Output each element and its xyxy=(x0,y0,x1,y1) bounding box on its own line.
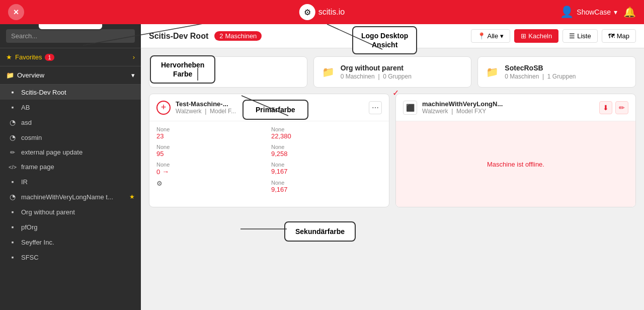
sidebar-item-label: machineWithVeryLongName t... xyxy=(21,193,125,201)
layout: ★ Favorites 1 › 📁 Overview ▾ ▪ Scitis-De… xyxy=(0,24,644,310)
sidebar-item-external-page-update[interactable]: ✏ external page update xyxy=(0,145,141,160)
sidebar-item-pforg[interactable]: ▪ pfOrg xyxy=(0,219,141,235)
kacheln-view-button[interactable]: ⊞ Kacheln xyxy=(514,29,558,43)
liste-label: Liste xyxy=(577,32,591,40)
map-pin-icon: 📍 xyxy=(477,32,486,40)
offline-text: Maschine ist offline. xyxy=(487,161,544,168)
org-without-parent-card[interactable]: 📁 Org without parent 0 Maschinen | 0 Gru… xyxy=(313,56,472,88)
filter-label: Alle xyxy=(488,32,499,40)
toolbar-right: 📍 Alle ▾ ⊞ Kacheln ☰ Liste 🗺 Map xyxy=(471,29,636,43)
machine-header-actions: ⋯ xyxy=(369,101,382,114)
liste-view-button[interactable]: ☰ Liste xyxy=(562,29,597,43)
metric-label: None xyxy=(271,180,382,186)
machine-info: machineWithVeryLongN... Walzwerk | Model… xyxy=(422,100,503,115)
kacheln-label: Kacheln xyxy=(528,32,552,40)
overview-left: 📁 Overview xyxy=(6,71,44,79)
metric-label: None xyxy=(156,162,267,168)
metric-item: None 0 → xyxy=(156,162,267,176)
edit-button[interactable]: ✏ xyxy=(615,101,628,114)
metric-value: 9,167 xyxy=(271,168,382,175)
metric-item: None 95 xyxy=(156,144,267,158)
favorites-badge: 1 xyxy=(45,54,54,61)
sidebar-item-scitis-dev-root[interactable]: ▪ Scitis-Dev Root ✏ xyxy=(0,85,141,100)
machine-action-button[interactable]: ⋯ xyxy=(369,101,382,114)
cards-area: 🔌 ...udplugs ... Gruppen 📁 Org without p… xyxy=(141,48,644,310)
metric-item: None 9,167 xyxy=(271,162,382,176)
metric-value: ⚙ xyxy=(156,180,267,187)
sidebar-item-label: Seyffer Inc. xyxy=(21,239,135,246)
machine-icon-container: ⬛ xyxy=(403,101,417,115)
edit-icon[interactable]: ✏ xyxy=(130,89,135,96)
card-title: SotecRoSB xyxy=(505,64,627,72)
metric-value: 0 → xyxy=(156,168,267,176)
folder-icon: 📁 xyxy=(486,66,499,78)
search-input[interactable] xyxy=(6,29,135,43)
machine-sub: Walzwerk | Model FXY xyxy=(422,108,503,115)
code-icon: </> xyxy=(8,164,17,170)
overview-label: Overview xyxy=(17,71,44,79)
header-right: 👤 ShowCase ▾ 🔔 xyxy=(560,6,636,19)
sidebar-item-ir[interactable]: ▪ IR xyxy=(0,174,141,189)
sidebar-item-frame-page[interactable]: </> frame page xyxy=(0,160,141,174)
list-icon: ☰ xyxy=(569,32,575,40)
favorites-section: ★ Favorites 1 › xyxy=(0,48,141,66)
sidebar-item-machine-long-name[interactable]: ◔ machineWithVeryLongName t... ★ xyxy=(0,189,141,204)
machine-info: Test-Maschine-... Walzwerk | Model F... xyxy=(176,100,236,115)
sidebar-item-cosmin[interactable]: ◔ cosmin xyxy=(0,130,141,145)
machine-offline-header: ⬛ machineWithVeryLongN... Walzwerk | Mod… xyxy=(396,94,635,121)
sidebar-item-label: Org without parent xyxy=(21,208,135,216)
close-button[interactable]: × xyxy=(8,4,24,20)
card-content: SotecRoSB 0 Maschinen | 1 Gruppen xyxy=(505,64,627,80)
metric-item: None 22,380 xyxy=(271,126,382,140)
star-favorite-icon[interactable]: ★ xyxy=(129,193,135,200)
sidebar-item-org-without-parent[interactable]: ▪ Org without parent xyxy=(0,204,141,219)
metric-value: 9,258 xyxy=(271,150,382,158)
metric-value: 9,167 xyxy=(271,186,382,193)
overview-header[interactable]: 📁 Overview ▾ xyxy=(0,66,141,84)
arrow-icon: → xyxy=(162,168,169,176)
metric-label: None xyxy=(271,126,382,132)
favorites-header[interactable]: ★ Favorites 1 › xyxy=(0,48,141,66)
metric-item: None 9,258 xyxy=(271,144,382,158)
clock-icon: ◔ xyxy=(8,118,17,126)
breadcrumb: Scitis-Dev Root xyxy=(149,32,208,41)
sidebar-item-label: frame page xyxy=(21,163,135,171)
sidebar-item-sfsc[interactable]: ▪ SFSC xyxy=(0,250,141,265)
sidebar-item-asd[interactable]: ◔ asd xyxy=(0,115,141,130)
folder-icon: ▪ xyxy=(8,103,17,111)
machine-count: 2 xyxy=(219,32,223,40)
map-view-button[interactable]: 🗺 Map xyxy=(602,29,636,43)
filter-button[interactable]: 📍 Alle ▾ xyxy=(471,29,511,43)
edit-icon: ✏ xyxy=(8,149,17,156)
metric-label: None xyxy=(156,126,267,132)
folder-fill-icon: ▪ xyxy=(8,88,17,96)
card-content: Org without parent 0 Maschinen | 0 Grupp… xyxy=(341,64,463,80)
download-button[interactable]: ⬇ xyxy=(599,101,612,114)
folder-icon: ▪ xyxy=(8,238,17,246)
card-title: Org without parent xyxy=(341,64,463,72)
sidebar-item-label: cosmin xyxy=(21,134,135,141)
cloudplugs-card[interactable]: 🔌 ...udplugs ... Gruppen xyxy=(149,56,307,88)
sotec-rosb-card[interactable]: 📁 SotecRoSB 0 Maschinen | 1 Gruppen xyxy=(477,56,636,88)
sidebar-item-ab[interactable]: ▪ AB xyxy=(0,100,141,115)
favorites-left: ★ Favorites 1 xyxy=(6,53,54,61)
card-meta: 0 Maschinen | 0 Gruppen xyxy=(341,73,463,80)
machine-add-button[interactable]: + xyxy=(156,101,171,115)
folder-icon: 📁 xyxy=(322,66,335,78)
metric-label: None xyxy=(271,162,382,168)
header-center: ⚙ scitis.io xyxy=(299,4,345,20)
star-icon: ★ xyxy=(6,53,12,61)
test-maschine-card: + Test-Maschine-... Walzwerk | Model F..… xyxy=(149,94,389,207)
notification-bell-icon[interactable]: 🔔 xyxy=(623,6,636,18)
sidebar: ★ Favorites 1 › 📁 Overview ▾ ▪ Scitis-De… xyxy=(0,24,141,310)
card-title: ...udplugs xyxy=(176,64,299,72)
folder-icon: ▪ xyxy=(8,208,17,216)
sidebar-item-seyffer-inc[interactable]: ▪ Seyffer Inc. xyxy=(0,235,141,250)
machine-sub: Walzwerk | Model F... xyxy=(176,108,236,115)
machine-offline-card: ⬛ machineWithVeryLongN... Walzwerk | Mod… xyxy=(395,94,636,207)
chevron-right-icon: › xyxy=(133,53,135,61)
user-menu[interactable]: 👤 ShowCase ▾ xyxy=(560,6,617,19)
user-avatar-icon: 👤 xyxy=(560,6,574,19)
sidebar-item-label: IR xyxy=(21,178,135,186)
user-name: ShowCase xyxy=(577,8,611,16)
